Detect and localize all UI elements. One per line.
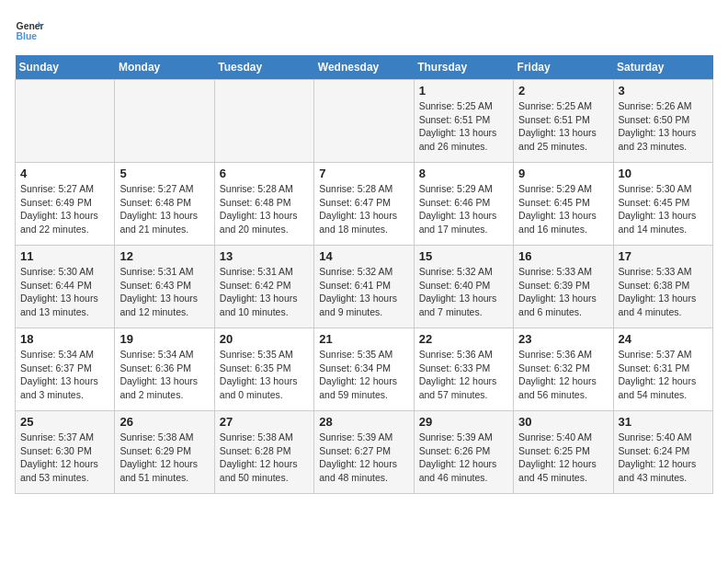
calendar-cell: 21Sunrise: 5:35 AM Sunset: 6:34 PM Dayli… <box>314 328 414 411</box>
calendar-cell: 7Sunrise: 5:28 AM Sunset: 6:47 PM Daylig… <box>314 163 414 246</box>
day-info: Sunrise: 5:38 AM Sunset: 6:28 PM Dayligh… <box>220 431 309 485</box>
calendar-week-row: 11Sunrise: 5:30 AM Sunset: 6:44 PM Dayli… <box>16 246 713 328</box>
day-number: 20 <box>220 332 309 346</box>
day-number: 12 <box>119 249 209 263</box>
calendar-cell: 26Sunrise: 5:38 AM Sunset: 6:29 PM Dayli… <box>115 411 214 494</box>
day-info: Sunrise: 5:30 AM Sunset: 6:44 PM Dayligh… <box>20 265 109 319</box>
calendar-cell: 20Sunrise: 5:35 AM Sunset: 6:35 PM Dayli… <box>214 328 313 411</box>
day-info: Sunrise: 5:40 AM Sunset: 6:25 PM Dayligh… <box>518 431 608 485</box>
calendar-cell: 29Sunrise: 5:39 AM Sunset: 6:26 PM Dayli… <box>414 411 513 494</box>
day-number: 18 <box>20 332 109 346</box>
day-info: Sunrise: 5:34 AM Sunset: 6:36 PM Dayligh… <box>119 348 209 402</box>
calendar-week-row: 4Sunrise: 5:27 AM Sunset: 6:49 PM Daylig… <box>16 163 713 246</box>
day-number: 13 <box>220 249 309 263</box>
calendar-week-row: 25Sunrise: 5:37 AM Sunset: 6:30 PM Dayli… <box>16 411 713 494</box>
day-info: Sunrise: 5:38 AM Sunset: 6:29 PM Dayligh… <box>119 431 209 485</box>
day-info: Sunrise: 5:37 AM Sunset: 6:30 PM Dayligh… <box>20 431 109 485</box>
calendar-cell: 5Sunrise: 5:27 AM Sunset: 6:48 PM Daylig… <box>115 163 214 246</box>
day-number: 24 <box>619 332 708 346</box>
calendar-week-row: 18Sunrise: 5:34 AM Sunset: 6:37 PM Dayli… <box>16 328 713 411</box>
svg-text:Blue: Blue <box>17 31 38 41</box>
column-header-thursday: Thursday <box>414 55 513 80</box>
day-info: Sunrise: 5:37 AM Sunset: 6:31 PM Dayligh… <box>619 348 708 402</box>
calendar-cell <box>214 80 313 163</box>
calendar-week-row: 1Sunrise: 5:25 AM Sunset: 6:51 PM Daylig… <box>16 80 713 163</box>
calendar-header-row: SundayMondayTuesdayWednesdayThursdayFrid… <box>16 55 713 80</box>
column-header-saturday: Saturday <box>613 55 712 80</box>
page-header: General Blue <box>15 15 713 44</box>
day-number: 14 <box>319 249 408 263</box>
day-number: 4 <box>20 167 109 180</box>
day-number: 17 <box>619 249 708 263</box>
column-header-sunday: Sunday <box>16 55 115 80</box>
day-number: 25 <box>20 415 109 429</box>
calendar-cell: 25Sunrise: 5:37 AM Sunset: 6:30 PM Dayli… <box>16 411 115 494</box>
day-number: 21 <box>319 332 408 346</box>
logo-icon: General Blue <box>15 15 44 44</box>
column-header-monday: Monday <box>115 55 214 80</box>
day-info: Sunrise: 5:39 AM Sunset: 6:26 PM Dayligh… <box>419 431 508 485</box>
day-info: Sunrise: 5:28 AM Sunset: 6:47 PM Dayligh… <box>319 182 408 236</box>
day-info: Sunrise: 5:27 AM Sunset: 6:49 PM Dayligh… <box>20 182 109 236</box>
day-info: Sunrise: 5:31 AM Sunset: 6:42 PM Dayligh… <box>220 265 309 319</box>
day-info: Sunrise: 5:25 AM Sunset: 6:51 PM Dayligh… <box>518 99 608 154</box>
day-number: 11 <box>20 249 109 263</box>
column-header-wednesday: Wednesday <box>314 55 414 80</box>
day-info: Sunrise: 5:34 AM Sunset: 6:37 PM Dayligh… <box>20 348 109 402</box>
calendar-cell: 6Sunrise: 5:28 AM Sunset: 6:48 PM Daylig… <box>214 163 313 246</box>
day-number: 27 <box>220 415 309 429</box>
calendar-cell <box>115 80 214 163</box>
day-info: Sunrise: 5:31 AM Sunset: 6:43 PM Dayligh… <box>119 265 209 319</box>
day-info: Sunrise: 5:32 AM Sunset: 6:41 PM Dayligh… <box>319 265 408 319</box>
calendar-cell: 15Sunrise: 5:32 AM Sunset: 6:40 PM Dayli… <box>414 246 513 328</box>
day-info: Sunrise: 5:36 AM Sunset: 6:33 PM Dayligh… <box>419 348 508 402</box>
day-number: 15 <box>419 249 508 263</box>
calendar-cell: 30Sunrise: 5:40 AM Sunset: 6:25 PM Dayli… <box>514 411 613 494</box>
day-info: Sunrise: 5:32 AM Sunset: 6:40 PM Dayligh… <box>419 265 508 319</box>
calendar-cell: 14Sunrise: 5:32 AM Sunset: 6:41 PM Dayli… <box>314 246 414 328</box>
logo: General Blue <box>15 15 44 44</box>
calendar-cell: 10Sunrise: 5:30 AM Sunset: 6:45 PM Dayli… <box>613 163 712 246</box>
day-number: 16 <box>518 249 608 263</box>
calendar-cell: 31Sunrise: 5:40 AM Sunset: 6:24 PM Dayli… <box>613 411 712 494</box>
day-number: 22 <box>419 332 508 346</box>
calendar-cell: 9Sunrise: 5:29 AM Sunset: 6:45 PM Daylig… <box>514 163 613 246</box>
day-info: Sunrise: 5:33 AM Sunset: 6:39 PM Dayligh… <box>518 265 608 319</box>
day-number: 23 <box>518 332 608 346</box>
day-info: Sunrise: 5:36 AM Sunset: 6:32 PM Dayligh… <box>518 348 608 402</box>
calendar-cell: 13Sunrise: 5:31 AM Sunset: 6:42 PM Dayli… <box>214 246 313 328</box>
day-info: Sunrise: 5:35 AM Sunset: 6:34 PM Dayligh… <box>319 348 408 402</box>
calendar-cell: 24Sunrise: 5:37 AM Sunset: 6:31 PM Dayli… <box>613 328 712 411</box>
day-number: 31 <box>619 415 708 429</box>
day-info: Sunrise: 5:29 AM Sunset: 6:45 PM Dayligh… <box>518 182 608 236</box>
day-info: Sunrise: 5:33 AM Sunset: 6:38 PM Dayligh… <box>619 265 708 319</box>
calendar-cell: 11Sunrise: 5:30 AM Sunset: 6:44 PM Dayli… <box>16 246 115 328</box>
calendar-cell: 8Sunrise: 5:29 AM Sunset: 6:46 PM Daylig… <box>414 163 513 246</box>
column-header-tuesday: Tuesday <box>214 55 313 80</box>
day-number: 19 <box>119 332 209 346</box>
day-info: Sunrise: 5:29 AM Sunset: 6:46 PM Dayligh… <box>419 182 508 236</box>
calendar-cell: 12Sunrise: 5:31 AM Sunset: 6:43 PM Dayli… <box>115 246 214 328</box>
day-number: 29 <box>419 415 508 429</box>
day-number: 28 <box>319 415 408 429</box>
calendar-cell: 17Sunrise: 5:33 AM Sunset: 6:38 PM Dayli… <box>613 246 712 328</box>
day-number: 30 <box>518 415 608 429</box>
calendar-cell: 28Sunrise: 5:39 AM Sunset: 6:27 PM Dayli… <box>314 411 414 494</box>
day-info: Sunrise: 5:28 AM Sunset: 6:48 PM Dayligh… <box>220 182 309 236</box>
calendar-cell <box>16 80 115 163</box>
calendar-cell: 2Sunrise: 5:25 AM Sunset: 6:51 PM Daylig… <box>514 80 613 163</box>
day-number: 2 <box>518 84 608 98</box>
calendar-cell: 22Sunrise: 5:36 AM Sunset: 6:33 PM Dayli… <box>414 328 513 411</box>
day-number: 1 <box>419 84 508 98</box>
day-info: Sunrise: 5:40 AM Sunset: 6:24 PM Dayligh… <box>619 431 708 485</box>
day-number: 8 <box>419 167 508 180</box>
day-info: Sunrise: 5:35 AM Sunset: 6:35 PM Dayligh… <box>220 348 309 402</box>
day-number: 26 <box>119 415 209 429</box>
day-info: Sunrise: 5:39 AM Sunset: 6:27 PM Dayligh… <box>319 431 408 485</box>
day-number: 3 <box>619 84 708 98</box>
day-number: 7 <box>319 167 408 180</box>
day-info: Sunrise: 5:30 AM Sunset: 6:45 PM Dayligh… <box>619 182 708 236</box>
calendar-cell: 1Sunrise: 5:25 AM Sunset: 6:51 PM Daylig… <box>414 80 513 163</box>
calendar-cell: 18Sunrise: 5:34 AM Sunset: 6:37 PM Dayli… <box>16 328 115 411</box>
day-info: Sunrise: 5:26 AM Sunset: 6:50 PM Dayligh… <box>619 99 708 154</box>
